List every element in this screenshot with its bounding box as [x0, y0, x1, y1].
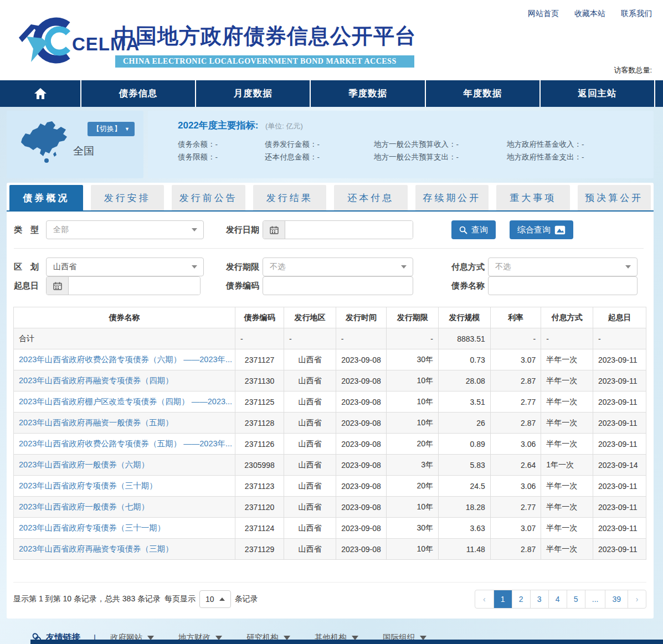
table-header-row: 债券名称 债券编码 发行地区 发行时间 发行期限 发行规模 利率 付息方式 起息…	[14, 307, 646, 328]
pager-ellipsis[interactable]: ...	[585, 590, 605, 608]
nav-item-back-to-main[interactable]: 返回主站	[539, 80, 654, 107]
chevron-down-icon	[192, 228, 197, 231]
type-select-value: 全部	[53, 225, 69, 235]
col-header-issue-date: 发行时间	[336, 307, 386, 328]
tab-bond-overview[interactable]: 债券概况	[9, 185, 83, 210]
issue-date-cell: 2023-09-08	[336, 434, 386, 455]
bond-name-link[interactable]: 2023年山西省政府棚户区改造专项债券（四期） ——2023...	[19, 397, 232, 406]
table-total-row: 合计 - - - - 8883.51 - - -	[14, 328, 646, 349]
freq-cell: 半年一次	[541, 434, 593, 455]
value-date-cell: 2023-09-11	[593, 497, 646, 518]
pager-page-5[interactable]: 5	[567, 590, 585, 608]
term-cell: 30年	[387, 349, 439, 370]
nav-home[interactable]	[0, 80, 80, 107]
total-code: -	[235, 328, 284, 349]
scale-cell: 3.51	[439, 391, 491, 413]
freq-cell: 半年一次	[541, 497, 593, 518]
issue-date-input[interactable]	[285, 221, 413, 239]
bond-name-link[interactable]: 2023年山西省政府收费公路专项债券（六期） ——2023年...	[19, 355, 232, 364]
bond-name-link[interactable]: 2023年山西省政府一般债券（七期）	[19, 502, 149, 511]
table-row: 2023年山西省政府再融资一般债券（五期） 2371128 山西省 2023-0…	[14, 413, 646, 434]
bond-name-link[interactable]: 2023年山西省政府收费公路专项债券（五期） ——2023年...	[19, 439, 232, 448]
page-size-select[interactable]: 10	[199, 590, 231, 608]
table-row: 2023年山西省政府收费公路专项债券（五期） ——2023年... 237112…	[14, 434, 646, 455]
issue-date-cell: 2023-09-08	[336, 391, 386, 413]
rate-cell: 3.06	[490, 476, 541, 497]
bookmark-link[interactable]: 收藏本站	[574, 9, 605, 19]
issue-date-cell: 2023-09-08	[336, 370, 386, 391]
bond-name-input[interactable]	[488, 276, 638, 295]
pager-next[interactable]: ›	[628, 590, 646, 608]
bond-code-cell: 2371123	[235, 476, 284, 497]
bond-name-link[interactable]: 2023年山西省政府再融资一般债券（五期）	[19, 418, 173, 427]
pager-prev[interactable]: ‹	[475, 590, 494, 608]
nav-item-monthly-data[interactable]: 月度数据	[195, 80, 310, 107]
table-row: 2023年山西省政府再融资专项债券（四期） 2371130 山西省 2023-0…	[14, 370, 646, 391]
tab-issue-schedule[interactable]: 发行安排	[91, 185, 165, 210]
advanced-search-button[interactable]: 综合查询	[510, 220, 573, 239]
col-header-pay-freq: 付息方式	[541, 307, 593, 328]
scale-cell: 11.48	[439, 539, 491, 560]
scale-cell: 24.5	[439, 476, 491, 497]
region-cell: 山西省	[284, 434, 336, 455]
issue-date-cell: 2023-09-08	[336, 455, 386, 476]
value-date-cell: 2023-09-14	[593, 455, 646, 476]
term-filter-label: 发行期限	[226, 262, 263, 272]
nav-item-bond-info[interactable]: 债券信息	[80, 80, 195, 107]
current-region-label: 全国	[73, 144, 94, 158]
home-page-link[interactable]: 网站首页	[528, 9, 559, 19]
tab-debt-service[interactable]: 还本付息	[334, 185, 408, 210]
value-date-cell: 2023-09-11	[593, 539, 646, 560]
tab-issue-result[interactable]: 发行结果	[253, 185, 327, 210]
region-select[interactable]: 山西省	[46, 257, 204, 276]
bond-code-cell: 2371120	[235, 497, 284, 518]
tab-pre-issue-notice[interactable]: 发行前公告	[172, 185, 245, 210]
tab-budget-disclosure[interactable]: 预决算公开	[578, 185, 651, 210]
pager-page-39[interactable]: 39	[605, 590, 628, 608]
bond-code-cell: 2371128	[235, 413, 284, 434]
table-row: 2023年山西省政府一般债券（六期） 2305998 山西省 2023-09-0…	[14, 455, 646, 476]
pay-freq-select[interactable]: 不选	[488, 257, 638, 276]
pay-freq-select-value: 不选	[495, 262, 511, 272]
indicator-issue-amount: 债券发行金额：-	[265, 138, 374, 151]
value-date-input[interactable]	[69, 277, 200, 295]
bond-name-link[interactable]: 2023年山西省政府专项债券（三十期）	[19, 481, 157, 490]
value-date-cell: 2023-09-11	[593, 391, 646, 413]
tab-major-events[interactable]: 重大事项	[496, 185, 570, 210]
value-date-filter-label: 起息日	[14, 281, 46, 291]
rate-cell: 2.87	[490, 413, 541, 434]
rate-cell: 2.77	[490, 497, 541, 518]
bond-code-cell: 2371127	[235, 349, 284, 370]
nav-item-annual-data[interactable]: 年度数据	[425, 80, 539, 107]
pager-page-4[interactable]: 4	[548, 590, 567, 608]
search-button[interactable]: 查询	[451, 220, 496, 239]
indicator-repay-amount: 还本付息金额：-	[265, 151, 374, 163]
region-cell: 山西省	[284, 370, 336, 391]
col-header-value-date: 起息日	[593, 307, 646, 328]
tab-duration-disclosure[interactable]: 存续期公开	[415, 185, 489, 210]
type-filter-label: 类 型	[14, 225, 46, 235]
per-page-suffix: 条记录	[235, 594, 258, 604]
bond-name-link[interactable]: 2023年山西省政府专项债券（三十一期）	[19, 523, 165, 532]
bond-name-link[interactable]: 2023年山西省政府再融资专项债券（三期）	[19, 544, 173, 553]
scale-cell: 18.28	[439, 497, 491, 518]
region-switch-button[interactable]: 【切换】 ▼	[88, 122, 135, 136]
bond-name-link[interactable]: 2023年山西省政府再融资专项债券（四期）	[19, 376, 173, 385]
type-select[interactable]: 全部	[46, 220, 204, 239]
pager-page-3[interactable]: 3	[530, 590, 548, 608]
pager-page-2[interactable]: 2	[512, 590, 530, 608]
bond-code-input[interactable]	[263, 276, 413, 295]
pager-page-1[interactable]: 1	[494, 590, 512, 608]
bond-name-link[interactable]: 2023年山西省政府一般债券（六期）	[19, 460, 149, 469]
nav-item-quarterly-data[interactable]: 季度数据	[310, 80, 424, 107]
contact-link[interactable]: 联系我们	[621, 9, 652, 19]
term-cell: 10年	[387, 370, 439, 391]
term-select[interactable]: 不选	[263, 257, 413, 276]
col-header-term: 发行期限	[387, 307, 439, 328]
calendar-icon[interactable]	[263, 221, 285, 239]
issue-date-cell: 2023-09-08	[336, 413, 386, 434]
freq-cell: 半年一次	[541, 476, 593, 497]
calendar-icon[interactable]	[47, 277, 69, 295]
bond-code-cell: 2371130	[235, 370, 284, 391]
col-header-bond-name: 债券名称	[14, 307, 235, 328]
